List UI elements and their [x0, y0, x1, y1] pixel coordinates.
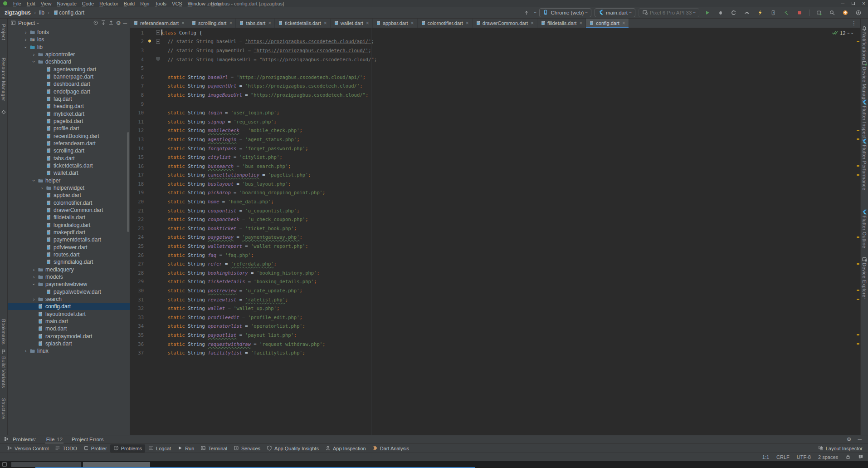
code-line-35[interactable]: 35 static String payoutlist = 'payout_li…: [130, 330, 860, 340]
attach-profiler-button[interactable]: [742, 8, 752, 17]
gutter[interactable]: [144, 73, 162, 82]
code-line-23[interactable]: 23 static String bookticket = 'ticket_bo…: [130, 224, 860, 233]
line-number[interactable]: 2: [130, 39, 144, 44]
tree-arrow-icon[interactable]: ›: [31, 178, 37, 183]
tree-item-appbar.dart[interactable]: appbar.dart: [8, 192, 130, 199]
tree-item-referandearn.dart[interactable]: referandearn.dart: [8, 140, 130, 147]
tree-item-fonts[interactable]: ›fonts: [8, 29, 130, 36]
tree-item-deshboard[interactable]: ›deshboard: [8, 58, 130, 65]
code-line-14[interactable]: 14 static String forgotpass = 'forget_pa…: [130, 144, 860, 153]
warning-mark[interactable]: [857, 334, 859, 335]
line-number[interactable]: 17: [130, 172, 144, 177]
line-number[interactable]: 32: [130, 305, 144, 311]
tool-stripe-resource-manager[interactable]: Resource Manager: [1, 58, 6, 101]
tree-item-deshboard.dart[interactable]: deshboard.dart: [8, 80, 130, 88]
intention-bulb-icon[interactable]: [147, 39, 152, 45]
tree-item-layoutmodel.dart[interactable]: layoutmodel.dart: [8, 310, 130, 317]
tree-scrollbar[interactable]: [127, 132, 129, 232]
tree-item-paypalwebview.dart[interactable]: paypalwebview.dart: [8, 288, 130, 295]
line-number[interactable]: 9: [130, 101, 144, 107]
code-line-12[interactable]: 12 static String mobilecheck = 'mobile_c…: [130, 126, 860, 135]
line-number[interactable]: 21: [130, 208, 144, 213]
gutter[interactable]: [144, 135, 162, 144]
tree-item-routes.dart[interactable]: routes.dart: [8, 251, 130, 258]
tree-item-mod.dart[interactable]: mod.dart: [8, 325, 130, 332]
menu-item-edit[interactable]: Edit: [24, 1, 38, 6]
line-number[interactable]: 27: [130, 261, 144, 266]
tree-arrow-icon[interactable]: ›: [23, 348, 29, 354]
tool-stripe-notifications[interactable]: Notifications: [862, 32, 867, 60]
code-line-5[interactable]: 5: [130, 64, 860, 73]
line-number[interactable]: 3: [130, 48, 144, 53]
tree-item-colornotifier.dart[interactable]: colornotifier.dart: [8, 199, 130, 207]
tab-colornotifier.dart[interactable]: colornotifier.dart×: [418, 19, 473, 28]
code-line-26[interactable]: 26 static String faq = 'faq.php';: [130, 251, 860, 260]
code-line-29[interactable]: 29 static String ticketdetails = 'bookin…: [130, 277, 860, 286]
code-line-27[interactable]: 27 static String refer = 'referdata.php'…: [130, 259, 860, 268]
gutter[interactable]: [144, 348, 162, 357]
warning-mark[interactable]: [857, 263, 859, 265]
tab-tabs.dart[interactable]: tabs.dart×: [236, 19, 275, 28]
line-number[interactable]: 18: [130, 181, 144, 187]
line-number[interactable]: 35: [130, 332, 144, 338]
gutter[interactable]: [144, 313, 162, 322]
warning-mark[interactable]: [857, 174, 859, 176]
code-line-15[interactable]: 15 static String citylist = 'citylist.ph…: [130, 153, 860, 162]
menu-item-run[interactable]: Run: [137, 1, 152, 6]
notifications-icon[interactable]: [862, 26, 867, 33]
gutter[interactable]: [144, 330, 162, 340]
device-manager-icon[interactable]: [862, 60, 867, 67]
tree-arrow-icon[interactable]: ›: [23, 44, 29, 50]
warning-mark[interactable]: [857, 165, 859, 167]
warning-mark[interactable]: [857, 130, 859, 131]
tree-item-myticket.dart[interactable]: myticket.dart: [8, 110, 130, 118]
line-number[interactable]: 36: [130, 341, 144, 347]
tool-stripe-structure[interactable]: Structure: [1, 398, 6, 419]
tool-stripe-flutter-performance[interactable]: Flutter Performance: [862, 145, 867, 190]
gutter[interactable]: [144, 55, 162, 64]
menu-item-refactor[interactable]: Refactor: [97, 1, 121, 6]
tool-window-button-services[interactable]: Services: [230, 444, 263, 453]
hot-restart-button[interactable]: [768, 8, 778, 17]
warning-mark[interactable]: [857, 138, 859, 140]
lock-icon[interactable]: [845, 454, 851, 460]
code-line-10[interactable]: 10 static String login = 'user_login.php…: [130, 108, 860, 117]
code-line-24[interactable]: 24 static String paygetway = 'paymentgat…: [130, 233, 860, 242]
tool-window-button-dart-analysis[interactable]: Dart Analysis: [369, 444, 412, 453]
close-button[interactable]: ×: [862, 0, 865, 7]
collapse-all-button[interactable]: [108, 20, 114, 27]
tree-item-paymentwebview[interactable]: ›paymentwebview: [8, 281, 130, 288]
gutter[interactable]: [144, 171, 162, 180]
line-number[interactable]: 26: [130, 252, 144, 258]
close-tab-icon[interactable]: ×: [579, 20, 582, 26]
code-line-31[interactable]: 31 static String reviewlist = 'ratelist.…: [130, 295, 860, 304]
tree-item-helperwidget[interactable]: ›helperwidget: [8, 184, 130, 192]
tool-window-button-todo[interactable]: TODO: [52, 444, 80, 453]
tree-item-pagelist.dart[interactable]: pagelist.dart: [8, 118, 130, 125]
tree-item-heading.dart[interactable]: heading.dart: [8, 103, 130, 110]
gutter[interactable]: [144, 259, 162, 268]
gutter[interactable]: [144, 268, 162, 277]
line-number[interactable]: 25: [130, 243, 144, 249]
gutter[interactable]: [144, 108, 162, 117]
tree-item-faq.dart[interactable]: faq.dart: [8, 95, 130, 103]
tree-item-splash.dart[interactable]: splash.dart: [8, 340, 130, 347]
tab-appbar.dart[interactable]: appbar.dart×: [373, 19, 418, 28]
problems-tab-file[interactable]: File12: [42, 435, 67, 443]
menu-item-vcs[interactable]: VCS: [169, 1, 185, 6]
line-number[interactable]: 8: [130, 92, 144, 98]
tree-item-wallet.dart[interactable]: wallet.dart: [8, 169, 130, 177]
tree-item-bannerpage.dart[interactable]: bannerpage.dart: [8, 73, 130, 80]
breadcrumb-lib[interactable]: lib: [39, 10, 44, 16]
code-line-22[interactable]: 22 static String couponcheck = 'u_check_…: [130, 215, 860, 224]
gutter[interactable]: [144, 304, 162, 313]
bookmark-flag-icon[interactable]: [1, 349, 6, 356]
tree-item-apicontroller[interactable]: ›apicontroller: [8, 51, 130, 58]
code-line-4[interactable]: 4 // static String imageBaseUrl = "https…: [130, 55, 860, 64]
code-line-25[interactable]: 25 static String walletreport = 'wallet_…: [130, 241, 860, 251]
tree-arrow-icon[interactable]: ›: [39, 185, 45, 191]
line-number[interactable]: 31: [130, 297, 144, 302]
status-1-1[interactable]: 1:1: [762, 454, 769, 460]
tree-item-logindialog.dart[interactable]: logindialog.dart: [8, 222, 130, 229]
gutter[interactable]: [144, 286, 162, 295]
